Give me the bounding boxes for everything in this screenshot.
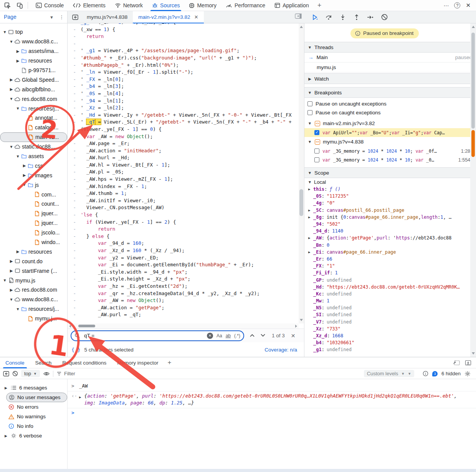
navigator-menu-icon[interactable]: ⋮ xyxy=(59,14,64,20)
code-line[interactable]: - var _qr = _hz.createImageData(_94_d * … xyxy=(68,290,299,297)
more-tools-button[interactable]: + xyxy=(164,359,175,366)
checkbox-unchecked[interactable] xyxy=(307,101,312,106)
scope-local-row[interactable]: ▼ Local xyxy=(304,178,476,186)
scope-variable-row[interactable]: _SI:undefined xyxy=(304,311,476,318)
code-line[interactable]: -' _94 = _ln[1]; xyxy=(68,97,299,105)
scope-variable-row[interactable]: _Kc:undefined xyxy=(304,290,476,297)
hide-navigator-icon[interactable] xyxy=(71,13,80,21)
code-line[interactable]: -' _qT = Viewer._5L(_Er) + "/getebt-" + … xyxy=(68,119,299,126)
code-line[interactable]: - _AW.hindex = _FX - 1; xyxy=(68,183,299,190)
line-gutter[interactable]: - xyxy=(68,133,81,140)
code-line[interactable]: - xyxy=(68,40,299,48)
panel-tab-performance[interactable]: Performance xyxy=(221,0,270,11)
code-line[interactable]: - } else { xyxy=(68,233,299,240)
filter-input[interactable] xyxy=(64,371,225,376)
editor-tab[interactable]: main-v2.min.js?v=3.82✕ xyxy=(133,11,203,23)
line-gutter[interactable]: - xyxy=(68,154,81,162)
tree-item[interactable]: jquer... xyxy=(0,218,67,228)
breakpoint-file-group[interactable]: ▼<>main-v2.min.js?v=3.82 xyxy=(304,119,476,128)
tree-item[interactable]: mymu.j... xyxy=(0,314,67,323)
javascript-context-select[interactable]: top ▼ xyxy=(21,370,40,377)
drawer-tab-request-conditions[interactable]: Request conditions xyxy=(57,357,112,368)
console-filter-6-verbose[interactable]: ▶6 verbose xyxy=(2,431,67,441)
line-gutter[interactable]: - xyxy=(68,40,81,48)
console-filter-no-info[interactable]: No info xyxy=(6,421,67,431)
line-gutter[interactable]: - xyxy=(68,176,81,183)
tree-item[interactable]: catalog-... xyxy=(0,123,67,132)
device-toolbar-icon[interactable] xyxy=(15,1,25,10)
code-line[interactable]: - _AW.action = "initHeader"; xyxy=(68,147,299,155)
editor-vertical-scrollbar[interactable] xyxy=(299,23,304,323)
code-line[interactable]: -'#thumbPagepb_" + _Er).html("0%"); xyxy=(68,62,299,69)
code-line[interactable]: - _AW.thumb = 1; xyxy=(68,190,299,197)
line-gutter[interactable]: - xyxy=(68,204,81,211)
tree-item[interactable]: ▶resources xyxy=(0,56,67,66)
scrollbar-thumb[interactable] xyxy=(78,325,95,327)
checkbox-unchecked[interactable] xyxy=(307,110,312,115)
search-input[interactable] xyxy=(80,333,205,338)
scope-variable-row[interactable]: _V7:undefined xyxy=(304,319,476,325)
scope-variable-row[interactable]: _g1:undefined xyxy=(304,346,476,353)
console-sidebar-toggle-icon[interactable] xyxy=(3,371,9,376)
code-viewport[interactable]: -_g_ = (_Er - 1) * 4; (_xw, _Er) {-(_xw … xyxy=(68,23,299,323)
tree-item[interactable]: ▶Global Speed... xyxy=(0,75,67,84)
tree-item[interactable]: com... xyxy=(0,190,67,199)
line-gutter[interactable]: - xyxy=(68,90,81,97)
code-line[interactable]: -' _g1 = Viewer._4P + "/assets/images/pa… xyxy=(68,47,299,54)
scope-variable-row[interactable]: _Xz:"733" xyxy=(304,325,476,332)
code-line[interactable]: -' _Xz = _ln[2]; xyxy=(68,104,299,112)
expand-object-caret-icon[interactable]: ▶ xyxy=(79,393,81,401)
code-line[interactable]: - var _Xz_d = 160 * (_Xz / _94); xyxy=(68,247,299,254)
code-line[interactable]: -(Viewer._ye[_FX - 1] == 0) { xyxy=(68,126,299,133)
tree-item[interactable]: ▶resources xyxy=(0,247,67,256)
line-gutter[interactable]: - xyxy=(68,126,81,133)
line-gutter[interactable]: - xyxy=(68,197,81,205)
scope-variable-row[interactable]: ▶this:ƒ () xyxy=(304,186,476,193)
code-line[interactable]: -_g_ = (_Er - 1) * 4; (_xw, _Er) { xyxy=(68,23,299,26)
live-expression-icon[interactable] xyxy=(43,371,50,376)
code-line[interactable]: - _AW.initIf = Viewer._i0; xyxy=(68,197,299,205)
line-gutter[interactable]: - xyxy=(68,62,81,69)
scope-variable-row[interactable]: _4g:"0" xyxy=(304,200,476,206)
scroll-down-arrow-icon[interactable] xyxy=(472,352,475,355)
help-icon[interactable]: ? xyxy=(454,2,460,8)
line-gutter[interactable]: - xyxy=(68,276,81,283)
thread-row[interactable]: →Mainpaused xyxy=(304,53,476,63)
drawer-tab-memory-inspector[interactable]: Memory inspector xyxy=(112,357,164,368)
clear-search-icon[interactable]: ✕ xyxy=(207,333,213,339)
scope-variable-row[interactable]: ▶_AW:{action: 'getPage', purl: 'https://… xyxy=(304,234,476,241)
scope-variable-row[interactable]: _Xz_d:1668 xyxy=(304,332,476,339)
hidden-messages-count[interactable]: 6 hidden xyxy=(441,371,461,376)
debugger-scrollbar[interactable] xyxy=(470,23,476,357)
panel-tab-elements[interactable]: Elements xyxy=(68,0,110,11)
tree-item[interactable]: ▼www.doc88.c... xyxy=(0,295,67,304)
tree-item[interactable]: ▼top xyxy=(0,27,67,37)
tree-item[interactable]: ▶startIFrame (... xyxy=(0,266,67,276)
panel-tab-sources[interactable]: Sources xyxy=(147,0,184,11)
tree-item[interactable]: ▼resources/j... xyxy=(0,104,67,113)
code-line[interactable]: - var _hz = _Ei.getContext("2d"); xyxy=(68,283,299,290)
code-line[interactable]: - _Ei.style.width = _94_d + "px"; xyxy=(68,269,299,276)
step-into-icon[interactable] xyxy=(338,13,348,22)
tree-item[interactable]: jscolo... xyxy=(0,228,67,238)
tree-item[interactable]: ▼res.doc88.com xyxy=(0,94,67,104)
code-line[interactable]: - var _Ei = document.getElementById("thu… xyxy=(68,261,299,269)
line-gutter[interactable]: - xyxy=(68,23,81,26)
previous-match-icon[interactable] xyxy=(250,333,255,338)
code-line[interactable]: -'lse { xyxy=(68,211,299,219)
scope-variable-row[interactable]: _94_d:1140 xyxy=(304,228,476,234)
line-gutter[interactable]: - xyxy=(68,254,81,262)
line-gutter[interactable]: - xyxy=(68,283,81,290)
tree-item[interactable]: ▶css xyxy=(0,161,67,170)
step-icon[interactable] xyxy=(365,13,375,22)
line-gutter[interactable]: - xyxy=(68,54,81,62)
tree-item[interactable]: p-997571... xyxy=(0,66,67,75)
tree-item[interactable]: ▼js xyxy=(0,180,67,190)
panel-tab-network[interactable]: Network xyxy=(110,0,147,11)
scope-variable-row[interactable]: _b4:"10320661" xyxy=(304,339,476,346)
pretty-print-icon[interactable]: { } xyxy=(71,347,80,353)
code-line[interactable]: - _AW.hps = Viewer._mZ[_FX - 1]; xyxy=(68,176,299,183)
match-case-toggle[interactable]: Aa xyxy=(217,333,222,338)
step-over-icon[interactable] xyxy=(324,13,334,22)
whole-word-toggle[interactable]: ab xyxy=(226,333,231,338)
